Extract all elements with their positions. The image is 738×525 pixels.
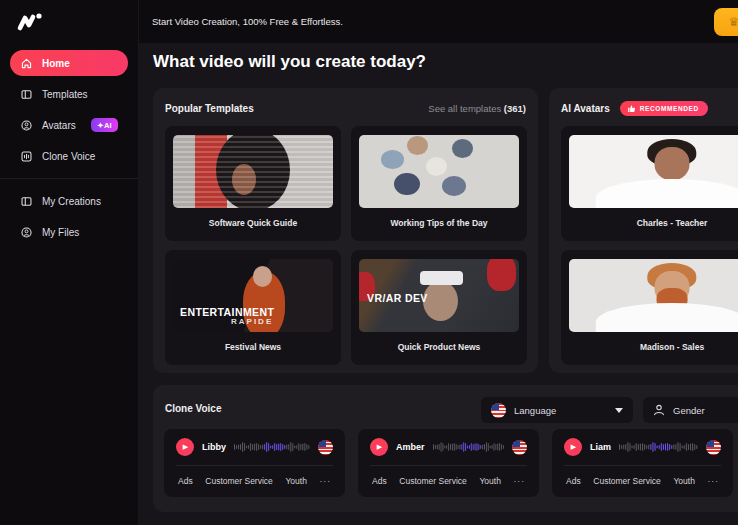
- thumbnail-overlay-text: VR/AR DEV: [367, 292, 428, 304]
- sidebar-item-label: Home: [42, 58, 70, 69]
- ai-sparkle-badge: ✦AI: [91, 118, 118, 132]
- template-thumbnail: [359, 135, 519, 208]
- template-caption: Festival News: [173, 342, 333, 352]
- gender-dropdown-label: Gender: [673, 405, 705, 416]
- language-dropdown[interactable]: Language: [481, 397, 633, 423]
- page-title: What video will you create today?: [153, 52, 426, 72]
- avatar-caption: Charles - Teacher: [569, 218, 738, 228]
- my-creations-icon: [20, 195, 33, 208]
- voice-card[interactable]: ▶ Libby Ads Customer Service Youth ···: [164, 429, 345, 497]
- recommended-badge: RECOMMENDED: [620, 101, 708, 116]
- waveform-graphic: [234, 440, 310, 454]
- app-logo-icon: [16, 10, 50, 34]
- popular-templates-title: Popular Templates: [165, 103, 254, 114]
- avatar-card[interactable]: Charles - Teacher: [561, 126, 738, 241]
- avatar-photo: [569, 259, 738, 332]
- waveform-graphic: [619, 440, 698, 454]
- template-card[interactable]: ENTERTAINMENT RAPIDE Festival News: [165, 250, 341, 365]
- main-content: What video will you create today? Popula…: [139, 43, 738, 525]
- avatar-photo: [569, 135, 738, 208]
- avatar-cards-grid: Charles - Teacher Madison - Sales: [561, 126, 738, 365]
- sidebar-item-clone-voice[interactable]: Clone Voice: [10, 143, 128, 169]
- template-card[interactable]: Software Quick Guide: [165, 126, 341, 241]
- voice-card[interactable]: ▶ Amber Ads Customer Service Youth ···: [358, 429, 539, 497]
- sidebar-item-home[interactable]: Home: [10, 50, 128, 76]
- ai-avatars-title: AI Avatars: [561, 103, 610, 114]
- voice-tag[interactable]: Customer Service: [205, 476, 273, 486]
- template-card[interactable]: VR/AR DEV Quick Product News: [351, 250, 527, 365]
- clone-voice-icon: [20, 150, 33, 163]
- template-caption: Working Tips of the Day: [359, 218, 519, 228]
- template-caption: Quick Product News: [359, 342, 519, 352]
- home-icon: [20, 57, 33, 70]
- template-thumbnail: ENTERTAINMENT RAPIDE: [173, 259, 333, 332]
- us-flag-icon: [706, 440, 721, 455]
- us-flag-icon: [318, 440, 333, 455]
- voice-cards-row: ▶ Libby Ads Customer Service Youth ···: [164, 429, 733, 497]
- thumbs-up-icon: [627, 104, 636, 113]
- ai-avatars-panel: AI Avatars RECOMMENDED Charles - Teacher: [549, 88, 738, 373]
- thumbnail-overlay-subtext: RAPIDE: [231, 317, 273, 326]
- sidebar-item-templates[interactable]: Templates: [10, 81, 128, 107]
- us-flag-icon: [491, 403, 506, 418]
- voice-tag[interactable]: Customer Service: [593, 476, 661, 486]
- template-caption: Software Quick Guide: [173, 218, 333, 228]
- avatar-caption: Madison - Sales: [569, 342, 738, 352]
- more-tags-icon[interactable]: ···: [707, 476, 719, 486]
- voice-tag[interactable]: Ads: [566, 476, 581, 486]
- play-voice-button[interactable]: ▶: [176, 438, 194, 456]
- template-cards-grid: Software Quick Guide Working Tips of the…: [165, 126, 526, 365]
- topbar-message: Start Video Creation, 100% Free & Effort…: [152, 0, 343, 43]
- voice-tag[interactable]: Ads: [372, 476, 387, 486]
- sidebar-item-label: My Files: [42, 227, 79, 238]
- language-dropdown-label: Language: [514, 405, 556, 416]
- template-thumbnail: [173, 135, 333, 208]
- chevron-down-icon: [615, 408, 623, 413]
- voice-tag[interactable]: Youth: [479, 476, 500, 486]
- voice-name: Amber: [396, 442, 425, 452]
- avatars-icon: [20, 119, 33, 132]
- sidebar-divider: [0, 178, 138, 179]
- template-card[interactable]: Working Tips of the Day: [351, 126, 527, 241]
- voice-tag[interactable]: Ads: [178, 476, 193, 486]
- play-voice-button[interactable]: ▶: [564, 438, 582, 456]
- voice-tag[interactable]: Customer Service: [399, 476, 467, 486]
- voice-name: Libby: [202, 442, 226, 452]
- us-flag-icon: [512, 440, 527, 455]
- my-files-icon: [20, 226, 33, 239]
- voice-card[interactable]: ▶ Liam Ads Customer Service Youth ···: [552, 429, 733, 497]
- sidebar-item-my-files[interactable]: My Files: [10, 219, 128, 245]
- see-all-templates-link[interactable]: See all templates (361): [428, 103, 526, 114]
- more-tags-icon[interactable]: ···: [319, 476, 331, 486]
- upgrade-button[interactable]: ♛: [714, 8, 738, 36]
- sidebar-item-label: Avatars: [42, 120, 76, 131]
- voice-tag[interactable]: Youth: [285, 476, 306, 486]
- more-tags-icon[interactable]: ···: [513, 476, 525, 486]
- person-icon: [653, 404, 665, 416]
- voice-name: Liam: [590, 442, 611, 452]
- waveform-graphic: [433, 440, 504, 454]
- templates-icon: [20, 88, 33, 101]
- clone-voice-title: Clone Voice: [165, 403, 222, 414]
- sidebar-item-label: Clone Voice: [42, 151, 95, 162]
- app-window: Start Video Creation, 100% Free & Effort…: [0, 0, 738, 525]
- play-voice-button[interactable]: ▶: [370, 438, 388, 456]
- clone-voice-panel: Clone Voice Language Gender ▶ Libby: [153, 385, 738, 512]
- voice-tag[interactable]: Youth: [673, 476, 694, 486]
- popular-templates-panel: Popular Templates See all templates (361…: [153, 88, 538, 373]
- sidebar-item-label: Templates: [42, 89, 88, 100]
- sidebar: Home Templates Avatars ✦AI Clone Voice: [0, 0, 139, 525]
- sidebar-item-label: My Creations: [42, 196, 101, 207]
- sidebar-item-avatars[interactable]: Avatars ✦AI: [10, 112, 128, 138]
- sidebar-item-my-creations[interactable]: My Creations: [10, 188, 128, 214]
- avatar-card[interactable]: Madison - Sales: [561, 250, 738, 365]
- sidebar-nav: Home Templates Avatars ✦AI Clone Voice: [0, 50, 138, 250]
- template-thumbnail: VR/AR DEV: [359, 259, 519, 332]
- gender-dropdown[interactable]: Gender: [643, 397, 738, 423]
